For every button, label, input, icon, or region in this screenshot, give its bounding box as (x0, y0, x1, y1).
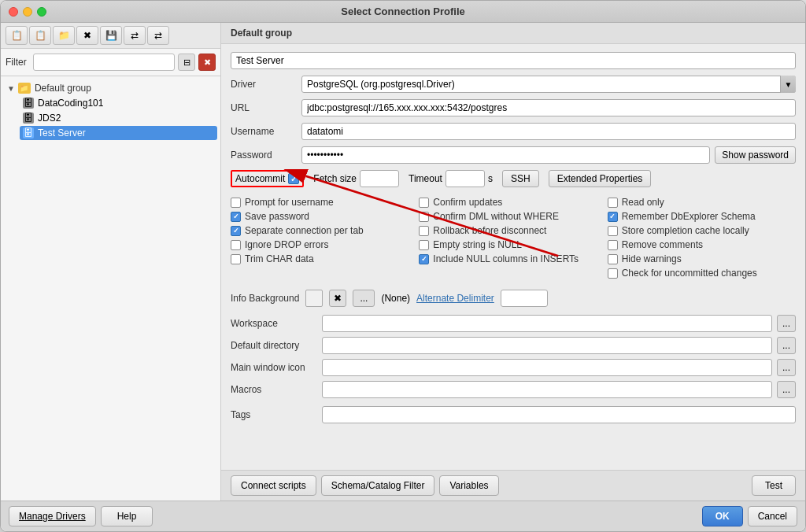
driver-label: Driver (231, 79, 301, 90)
help-button[interactable]: Help (101, 506, 153, 526)
cb-check-uncommitted-box[interactable] (608, 268, 618, 279)
cb-empty-null-box[interactable] (419, 240, 429, 250)
workspace-input[interactable] (322, 315, 772, 332)
filter-clear-btn[interactable]: ✖ (198, 54, 216, 71)
alt-delimiter-input[interactable] (501, 290, 548, 307)
cb-empty-null[interactable]: Empty string is NULL (419, 239, 607, 250)
sidebar: 📋 📋 📁 ✖ 💾 ⇄ ⇄ Filter ⊟ ✖ ▼ 📁 Defa (1, 23, 221, 501)
autocommit-checkbox[interactable]: ✓ (288, 173, 299, 184)
tree-item-testserver[interactable]: 🗄 Test Server (20, 126, 217, 140)
cb-rollback[interactable]: Rollback before disconnect (419, 225, 607, 236)
tags-input[interactable] (322, 406, 796, 423)
tree-item-jds2[interactable]: 🗄 JDS2 (20, 111, 217, 125)
toolbar-btn-save[interactable]: 💾 (100, 26, 122, 45)
minimize-button[interactable] (23, 7, 32, 17)
ok-button[interactable]: OK (702, 506, 743, 526)
default-directory-browse-btn[interactable]: ... (777, 337, 796, 354)
cb-separate-conn[interactable]: ✓ Separate connection per tab (231, 225, 419, 236)
ssh-button[interactable]: SSH (502, 170, 539, 187)
server-name-input[interactable] (231, 52, 796, 69)
group-header: Default group (221, 23, 805, 44)
cb-separate-conn-box[interactable]: ✓ (231, 226, 241, 236)
tree-children: 🗄 DataCoding101 🗄 JDS2 🗄 Test Server (20, 96, 217, 140)
cb-rollback-label: Rollback before disconnect (433, 225, 546, 236)
password-input[interactable] (301, 146, 710, 164)
variables-button[interactable]: Variables (439, 475, 498, 496)
cb-read-only-box[interactable] (608, 198, 618, 208)
toolbar-btn-copy2[interactable]: 📋 (29, 26, 51, 45)
extended-properties-button[interactable]: Extended Properties (549, 170, 652, 187)
test-button[interactable]: Test (752, 475, 796, 496)
cb-ignore-drop-box[interactable] (231, 240, 241, 250)
manage-drivers-button[interactable]: Manage Drivers (9, 506, 96, 526)
cb-empty-null-label: Empty string is NULL (433, 239, 522, 250)
cb-prompt-username-box[interactable] (231, 198, 241, 208)
toolbar-btn-move1[interactable]: ⇄ (124, 26, 146, 45)
workspace-browse-btn[interactable]: ... (777, 315, 796, 332)
macros-input[interactable] (322, 381, 772, 398)
tags-row: Tags (231, 406, 796, 423)
driver-select[interactable]: PostgreSQL (org.postgresql.Driver) (301, 76, 796, 93)
cb-ignore-drop[interactable]: Ignore DROP errors (231, 239, 419, 250)
cb-trim-char-box[interactable] (231, 254, 241, 264)
cb-confirm-dml-box[interactable] (419, 212, 429, 222)
maximize-button[interactable] (37, 7, 46, 17)
password-label: Password (231, 150, 301, 161)
cb-remove-comments-box[interactable] (608, 240, 618, 250)
info-background-more-btn[interactable]: ... (353, 290, 375, 307)
toolbar-btn-move2[interactable]: ⇄ (147, 26, 169, 45)
timeout-input[interactable] (446, 170, 485, 187)
toolbar-btn-delete[interactable]: ✖ (76, 26, 98, 45)
macros-browse-btn[interactable]: ... (777, 381, 796, 398)
tree-group-label: Default group (35, 83, 91, 94)
cb-save-password-box[interactable]: ✓ (231, 212, 241, 222)
cb-hide-warnings-box[interactable] (608, 254, 618, 264)
main-window: Select Connection Profile 📋 📋 📁 ✖ 💾 ⇄ ⇄ … (0, 0, 806, 532)
default-directory-input[interactable] (322, 337, 772, 354)
cb-save-password[interactable]: ✓ Save password (231, 211, 419, 222)
info-background-color[interactable] (305, 290, 323, 307)
server-name-row (231, 52, 796, 69)
tree-group-default[interactable]: ▼ 📁 Default group (4, 81, 217, 95)
cb-store-cache[interactable]: Store completion cache locally (608, 225, 796, 236)
timeout-label: Timeout (409, 173, 442, 184)
toolbar-btn-add[interactable]: 📁 (53, 26, 75, 45)
cb-include-null[interactable]: ✓ Include NULL columns in INSERTs (419, 253, 607, 264)
cb-confirm-dml[interactable]: Confirm DML without WHERE (419, 211, 607, 222)
cb-remember-schema[interactable]: ✓ Remember DbExplorer Schema (608, 211, 796, 222)
none-label: (None) (381, 293, 410, 304)
cb-remove-comments[interactable]: Remove comments (608, 239, 796, 250)
cb-prompt-username[interactable]: Prompt for username (231, 197, 419, 208)
cb-confirm-updates-box[interactable] (419, 198, 429, 208)
main-window-icon-browse-btn[interactable]: ... (777, 359, 796, 376)
info-background-clear-btn[interactable]: ✖ (329, 290, 346, 307)
cb-check-uncommitted[interactable]: Check for uncommitted changes (608, 268, 796, 279)
tree-item-datacoding[interactable]: 🗄 DataCoding101 (20, 96, 217, 110)
url-input[interactable] (301, 99, 796, 116)
driver-row: Driver PostgreSQL (org.postgresql.Driver… (231, 76, 796, 93)
cb-hide-warnings-label: Hide warnings (622, 253, 682, 264)
schema-catalog-filter-button[interactable]: Schema/Catalog Filter (321, 475, 435, 496)
cb-store-cache-box[interactable] (608, 226, 618, 236)
cancel-button[interactable]: Cancel (748, 506, 797, 526)
username-input[interactable] (301, 123, 796, 140)
cb-read-only[interactable]: Read only (608, 197, 796, 208)
cb-confirm-updates[interactable]: Confirm updates (419, 197, 607, 208)
right-panel-wrap: Default group Driver PostgreSQL (org.pos… (221, 23, 805, 501)
cb-rollback-box[interactable] (419, 226, 429, 236)
toolbar-btn-copy1[interactable]: 📋 (6, 26, 28, 45)
connect-scripts-button[interactable]: Connect scripts (231, 475, 316, 496)
show-password-button[interactable]: Show password (715, 146, 796, 164)
cb-trim-char[interactable]: Trim CHAR data (231, 253, 419, 264)
fetch-size-label: Fetch size (313, 173, 357, 184)
filter-funnel-btn[interactable]: ⊟ (178, 54, 195, 71)
cb-hide-warnings[interactable]: Hide warnings (608, 253, 796, 264)
filter-input[interactable] (33, 54, 175, 71)
cb-include-null-box[interactable]: ✓ (419, 254, 429, 264)
main-window-icon-input[interactable] (322, 359, 772, 376)
alt-delimiter-link[interactable]: Alternate Delimiter (416, 293, 494, 304)
close-button[interactable] (9, 7, 18, 17)
db-icon-datacoding: 🗄 (23, 98, 34, 109)
fetch-size-input[interactable] (360, 170, 399, 187)
cb-remember-schema-box[interactable]: ✓ (608, 212, 618, 222)
